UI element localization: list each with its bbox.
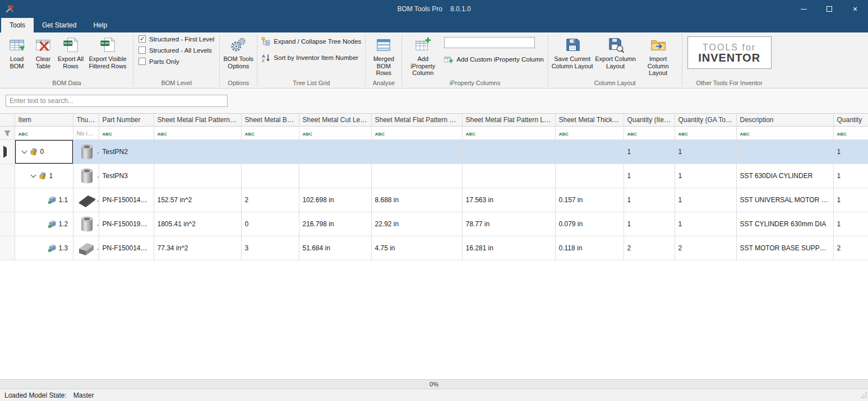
filter-cell-thickness[interactable]: ABC [555, 127, 624, 140]
resize-grip[interactable] [860, 391, 867, 400]
tools-for-inventor-logo[interactable]: TOOLS for INVENTOR [687, 36, 772, 69]
column-header-item[interactable]: Item [15, 114, 73, 127]
cell-flat-pattern-area[interactable] [154, 164, 241, 188]
cell-flat-pattern-length[interactable]: 78.77 in [462, 212, 555, 236]
maximize-button[interactable] [816, 0, 842, 18]
custom-iproperty-input[interactable] [444, 37, 535, 48]
cell-bends[interactable] [241, 164, 299, 188]
checkbox-parts-only[interactable]: Parts Only [138, 58, 179, 65]
cell-flat-pattern-area[interactable] [154, 140, 241, 164]
cell-quantity-ga-total[interactable]: 1 [675, 164, 736, 188]
filter-cell-bends[interactable]: ABC [241, 127, 299, 140]
clear-table-button[interactable]: Clear Table [30, 33, 56, 69]
minimize-button[interactable] [791, 0, 816, 18]
cell-flat-pattern-width[interactable] [371, 140, 462, 164]
cell-quantity-item[interactable]: 1 [624, 164, 675, 188]
cell-thickness[interactable]: 0.157 in [555, 188, 624, 212]
cell-item[interactable]: 1.1 [15, 188, 73, 212]
add-iproperty-column-button[interactable]: Add iProperty Column [405, 33, 441, 77]
cell-description[interactable]: SST CYLINDER 630mm DIA [736, 212, 833, 236]
cell-thickness[interactable] [555, 164, 624, 188]
cell-flat-pattern-area[interactable]: 152.57 in^2 [154, 188, 241, 212]
column-header-quantity-item[interactable]: Quantity (Item) [624, 114, 675, 127]
cell-part-number[interactable]: PN-F1500144M... [99, 236, 154, 260]
cell-quantity-ga-total[interactable]: 1 [675, 140, 736, 164]
filter-cell-flat-pattern-width[interactable]: ABC [371, 127, 462, 140]
cell-item[interactable]: 1.2 [15, 212, 73, 236]
cell-quantity-item[interactable]: 1 [624, 140, 675, 164]
cell-flat-pattern-length[interactable] [462, 164, 555, 188]
filter-cell-flat-pattern-length[interactable]: ABC [462, 127, 555, 140]
cell-thickness[interactable]: 0.118 in [555, 236, 624, 260]
table-row[interactable]: 1.2 PN-F1500195M... 1805.41 in^2 0 216.7… [0, 212, 868, 236]
column-header-quantity[interactable]: Quantity [833, 114, 868, 127]
table-row[interactable]: 0 TestPN2 1 1 1 [0, 140, 868, 164]
import-column-layout-button[interactable]: Import Column Layout [638, 33, 679, 77]
column-header-cut-length[interactable]: Sheet Metal Cut Length [299, 114, 371, 127]
cell-item[interactable]: 0 [15, 140, 73, 164]
load-bom-button[interactable]: Load BOM [3, 33, 30, 69]
cell-bends[interactable] [241, 140, 299, 164]
merged-bom-rows-button[interactable]: Merged BOM Rows [368, 33, 399, 77]
filter-cell-part-number[interactable]: ABC [99, 127, 154, 140]
column-header-thickness[interactable]: Sheet Metal Thickness [555, 114, 624, 127]
cell-quantity-ga-total[interactable]: 2 [675, 236, 736, 260]
cell-item[interactable]: 1.3 [15, 236, 73, 260]
cell-part-number[interactable]: PN-F1500195M... [99, 212, 154, 236]
filter-cell-quantity[interactable]: ABC [833, 127, 868, 140]
cell-thickness[interactable] [555, 140, 624, 164]
filter-cell-quantity-ga-total[interactable]: ABC [675, 127, 736, 140]
table-row[interactable]: 1.3 PN-F1500144M... 77.34 in^2 3 51.684 … [0, 236, 868, 260]
cell-part-number[interactable]: PN-F1500140M... [99, 188, 154, 212]
filter-cell-cut-length[interactable]: ABC [299, 127, 371, 140]
cell-description[interactable] [736, 140, 833, 164]
cell-flat-pattern-length[interactable] [462, 140, 555, 164]
add-custom-iproperty-column-button[interactable]: Add Custom iProperty Column [444, 55, 543, 64]
checkbox-structured-first-level[interactable]: ✓ Structured - First Level [138, 35, 214, 43]
cell-description[interactable]: SST 630DIA CYLINDER [736, 164, 833, 188]
cell-description[interactable]: SST MOTOR BASE SUPPORT 630... [736, 236, 833, 260]
column-header-quantity-ga-total[interactable]: Quantity (GA Total) [675, 114, 736, 127]
cell-bends[interactable]: 0 [241, 212, 299, 236]
column-header-flat-pattern-width[interactable]: Sheet Metal Flat Pattern Width [371, 114, 462, 127]
export-all-rows-button[interactable]: Export All Rows [56, 33, 85, 69]
cell-part-number[interactable]: TestPN2 [99, 140, 154, 164]
cell-bends[interactable]: 2 [241, 188, 299, 212]
cell-bends[interactable]: 3 [241, 236, 299, 260]
column-header-thumbnail[interactable]: Thumb... [73, 114, 99, 127]
cell-flat-pattern-width[interactable]: 4.75 in [371, 236, 462, 260]
tab-tools[interactable]: Tools [1, 18, 34, 32]
cell-part-number[interactable]: TestPN3 [99, 164, 154, 188]
filter-cell-item[interactable]: ABC [15, 127, 73, 140]
cell-cut-length[interactable]: 102.698 in [299, 188, 371, 212]
cell-quantity-item[interactable]: 1 [624, 188, 675, 212]
filter-cell-flat-pattern-area[interactable]: ABC [154, 127, 241, 140]
cell-quantity[interactable]: 1 [833, 140, 868, 164]
cell-quantity[interactable]: 1 [833, 188, 868, 212]
expand-collapse-tree-nodes-button[interactable]: Expand / Collapse Tree Nodes [261, 37, 361, 46]
column-header-bends[interactable]: Sheet Metal Bends [241, 114, 299, 127]
cell-cut-length[interactable] [299, 164, 371, 188]
cell-flat-pattern-length[interactable]: 17.563 in [462, 188, 555, 212]
cell-flat-pattern-area[interactable]: 1805.41 in^2 [154, 212, 241, 236]
cell-flat-pattern-width[interactable] [371, 164, 462, 188]
cell-cut-length[interactable] [299, 140, 371, 164]
cell-flat-pattern-area[interactable]: 77.34 in^2 [154, 236, 241, 260]
cell-flat-pattern-width[interactable]: 22.92 in [371, 212, 462, 236]
cell-flat-pattern-length[interactable]: 16.281 in [462, 236, 555, 260]
cell-quantity-item[interactable]: 1 [624, 212, 675, 236]
cell-quantity-item[interactable]: 2 [624, 236, 675, 260]
cell-description[interactable]: SST UNIVERSAL MOTOR BASE [736, 188, 833, 212]
export-column-layout-button[interactable]: Export Column Layout [594, 33, 638, 69]
filter-cell-description[interactable]: ABC [736, 127, 833, 140]
tab-get-started[interactable]: Get Started [34, 18, 85, 32]
table-row[interactable]: 1 TestPN3 1 1 SST 630DIA CYLINDER 1 [0, 164, 868, 188]
close-button[interactable]: × [842, 0, 868, 18]
cell-quantity[interactable]: 1 [833, 164, 868, 188]
column-header-flat-pattern-area[interactable]: Sheet Metal Flat Pattern Area [154, 114, 241, 127]
column-header-part-number[interactable]: Part Number [99, 114, 154, 127]
filter-cell-thumbnail[interactable]: No ima... [73, 127, 99, 140]
export-visible-filtered-rows-button[interactable]: Export Visible Filtered Rows [85, 33, 130, 69]
checkbox-structured-all-levels[interactable]: Structured - All Levels [138, 46, 212, 54]
filter-cell-quantity-item[interactable]: ABC [624, 127, 675, 140]
